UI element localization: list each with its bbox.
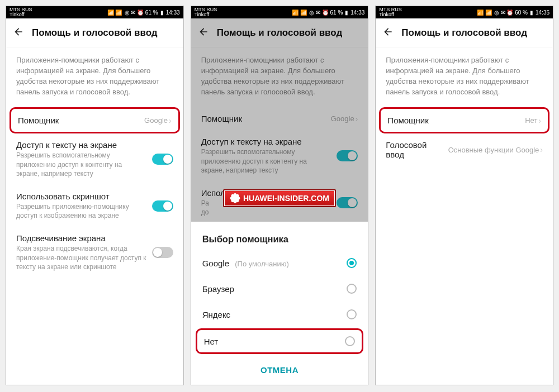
clock: 14:35	[536, 9, 549, 16]
app-header: Помощь и голосовой ввод	[191, 18, 368, 47]
row-screenshot[interactable]: Использовать скриншот Разрешить приложен…	[6, 185, 183, 227]
voice-value: Основные функции Google	[448, 146, 539, 154]
option-google-label: Google	[202, 259, 229, 268]
signal-icon: 📶 📶	[107, 9, 122, 16]
sheet-title: Выбор помощника	[191, 226, 368, 250]
app-header: Помощь и голосовой ввод	[376, 18, 553, 47]
radio-icon[interactable]	[347, 284, 357, 294]
status-bar: MTS RUS Tinkoff 📶 📶 ◎ ✉ ⏰ 61 % ▮ 14:33	[191, 6, 368, 18]
text-access-label: Доступ к тексту на экране	[201, 137, 331, 146]
option-none-label: Нет	[204, 337, 219, 346]
carrier-label-2: Tinkoff	[379, 12, 402, 17]
assistant-label: Помощник	[387, 116, 519, 125]
assistant-value: Google	[144, 116, 168, 125]
battery-icon: ▮	[345, 9, 348, 16]
option-browser[interactable]: Браузер	[191, 276, 368, 302]
text-access-toggle[interactable]	[337, 150, 358, 161]
row-flash[interactable]: Подсвечивание экрана Края экрана подсвеч…	[6, 227, 183, 278]
radio-icon[interactable]	[345, 336, 355, 346]
status-icons: ◎ ✉ ⏰ 61 %	[309, 9, 343, 16]
page-title: Помощь и голосовой ввод	[217, 27, 343, 39]
option-google[interactable]: Google (По умолчанию)	[191, 250, 368, 276]
row-assistant[interactable]: Помощник Нет ›	[381, 109, 548, 132]
flash-toggle[interactable]	[152, 247, 173, 258]
huawei-logo-icon	[230, 193, 240, 203]
page-description: Приложения-помощники работают с информац…	[6, 47, 183, 107]
page-description: Приложения-помощники работают с информац…	[191, 47, 368, 107]
radio-icon[interactable]	[347, 309, 357, 319]
back-icon[interactable]	[13, 26, 24, 40]
battery-icon: ▮	[160, 9, 164, 16]
screenshot-toggle[interactable]	[337, 197, 358, 208]
chevron-right-icon: ›	[540, 145, 543, 154]
clock: 14:33	[166, 9, 180, 16]
carrier-label-2: Tinkoff	[195, 12, 217, 17]
assistant-value: Google	[331, 114, 354, 123]
row-assistant[interactable]: Помощник Google ›	[11, 109, 178, 132]
screenshot-sub: Разрешить приложению-помощнику доступ к …	[16, 202, 146, 220]
signal-icon: 📶 📶	[292, 9, 307, 16]
carrier-label-2: Tinkoff	[10, 12, 32, 17]
flash-label: Подсвечивание экрана	[16, 233, 146, 243]
screenshot-label: Использовать скриншот	[16, 192, 146, 201]
chevron-right-icon: ›	[538, 116, 541, 125]
flash-sub: Края экрана подсвечиваются, когда прилож…	[16, 244, 146, 271]
assistant-picker-sheet: Выбор помощника Google (По умолчанию) Бр…	[191, 222, 368, 385]
option-google-sub: (По умолчанию)	[235, 260, 289, 268]
page-title: Помощь и голосовой ввод	[401, 27, 527, 39]
app-header: Помощь и голосовой ввод	[6, 18, 183, 47]
row-text-access[interactable]: Доступ к тексту на экране Разрешить вспо…	[191, 130, 368, 181]
radio-selected-icon[interactable]	[347, 258, 357, 268]
cancel-button[interactable]: ОТМЕНА	[191, 355, 368, 385]
back-icon[interactable]	[198, 26, 209, 40]
status-icons: ◎ ✉ ⏰ 61 %	[125, 9, 158, 16]
page-description: Приложения-помощники работают с информац…	[376, 47, 553, 107]
option-yandex-label: Яндекс	[202, 310, 230, 319]
watermark-text: HUAWEI-INSIDER.COM	[243, 194, 329, 203]
page-title: Помощь и голосовой ввод	[32, 27, 158, 39]
phone-screen-3: MTS RUS Tinkoff 📶 📶 ◎ ✉ ⏰ 60 % ▮ 14:35 П…	[375, 6, 553, 385]
row-text-access[interactable]: Доступ к тексту на экране Разрешить вспо…	[6, 133, 183, 185]
status-icons: ◎ ✉ ⏰ 60 %	[494, 9, 528, 16]
text-access-sub: Разрешить вспомогательному приложению до…	[16, 151, 146, 178]
phone-screen-1: MTS RUS Tinkoff 📶 📶 ◎ ✉ ⏰ 61 % ▮ 14:33 П…	[6, 6, 184, 385]
watermark-badge: HUAWEI-INSIDER.COM	[223, 189, 336, 207]
clock: 14:33	[350, 9, 364, 16]
row-voice-input[interactable]: Голосовой ввод Основные функции Google ›	[376, 133, 553, 166]
assistant-value: Нет	[525, 116, 537, 125]
battery-icon: ▮	[530, 9, 533, 16]
chevron-right-icon: ›	[356, 114, 358, 123]
text-access-sub: Разрешить вспомогательному приложению до…	[201, 147, 331, 175]
back-icon[interactable]	[382, 26, 394, 40]
assistant-label: Помощник	[201, 114, 325, 123]
assistant-label: Помощник	[18, 116, 139, 125]
screenshot-toggle[interactable]	[152, 200, 173, 212]
option-yandex[interactable]: Яндекс	[191, 302, 368, 327]
status-bar: MTS RUS Tinkoff 📶 📶 ◎ ✉ ⏰ 61 % ▮ 14:33	[6, 6, 183, 18]
option-none[interactable]: Нет	[196, 328, 364, 354]
option-browser-label: Браузер	[202, 284, 234, 294]
chevron-right-icon: ›	[169, 116, 172, 125]
highlight-assistant: Помощник Нет ›	[379, 107, 549, 133]
status-bar: MTS RUS Tinkoff 📶 📶 ◎ ✉ ⏰ 60 % ▮ 14:35	[376, 6, 553, 18]
highlight-assistant: Помощник Google ›	[10, 107, 180, 133]
text-access-label: Доступ к тексту на экране	[16, 140, 146, 150]
phone-screen-2: MTS RUS Tinkoff 📶 📶 ◎ ✉ ⏰ 61 % ▮ 14:33 П…	[191, 6, 369, 385]
row-assistant[interactable]: Помощник Google ›	[191, 107, 368, 130]
text-access-toggle[interactable]	[152, 154, 173, 165]
voice-label: Голосовой ввод	[386, 140, 442, 159]
signal-icon: 📶 📶	[477, 9, 492, 16]
